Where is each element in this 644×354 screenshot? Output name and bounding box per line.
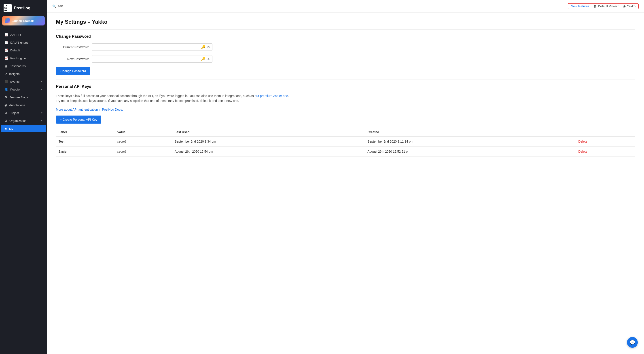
new-password-icons: 🔑 👁 [201, 57, 210, 61]
api-key-value-1: secret [115, 147, 172, 157]
chat-icon: 💬 [630, 340, 635, 345]
posthog-com-icon: 📈 [4, 56, 8, 60]
section-divider [56, 79, 635, 80]
annotations-icon: ◉ [4, 103, 7, 107]
sidebar-item-label-events: Events [10, 80, 20, 83]
main-area: 🔍 ⌘K New features ▦ Default Project ◉ Ya… [47, 0, 644, 354]
toggle-visibility-icon-current[interactable]: 👁 [207, 45, 210, 49]
sidebar-item-label-project: Project [10, 111, 19, 115]
default-icon: 📈 [4, 48, 8, 52]
sidebar-item-insights[interactable]: ↗Insights [1, 70, 46, 77]
sidebar-divider-1 [0, 29, 47, 29]
table-row: TestsecretSeptember 2nd 2020 9:34 pmSept… [56, 136, 635, 147]
sidebar-item-label-dau-signups: DAU/Signups [10, 41, 28, 44]
api-key-label-1: Zapier [56, 147, 115, 157]
delete-api-key-button-1[interactable]: Delete [578, 150, 587, 153]
page-content: My Settings – Yakko Change Password Curr… [47, 12, 644, 354]
api-table-header: Label Value Last Used Created [56, 128, 635, 136]
sidebar-item-label-aarrr: AARRR [10, 33, 21, 36]
people-icon: 👤 [4, 88, 8, 91]
events-icon: ⬛ [4, 80, 8, 83]
sidebar: PostHog Launch Toolbar! 📈AARRR📈DAU/Signu… [0, 0, 47, 354]
sidebar-item-label-default: Default [10, 49, 20, 52]
sidebar-item-label-insights: Insights [9, 72, 20, 75]
api-keys-table: Label Value Last Used Created Testsecret… [56, 128, 635, 157]
api-keys-table-body: TestsecretSeptember 2nd 2020 9:34 pmSept… [56, 136, 635, 157]
sidebar-item-label-dashboards: Dashboards [10, 64, 26, 68]
sidebar-item-label-annotations: Annotations [9, 103, 25, 107]
chat-button[interactable]: 💬 [627, 337, 638, 348]
new-password-input[interactable] [94, 57, 201, 61]
api-keys-title: Personal API Keys [56, 84, 635, 89]
launch-toolbar-button[interactable]: Launch Toolbar! [2, 16, 45, 25]
col-last-used: Last Used [172, 128, 365, 136]
sidebar-item-dashboards[interactable]: ▦Dashboards [1, 62, 46, 70]
sidebar-item-project[interactable]: ⚙Project▾ [1, 109, 46, 117]
col-created: Created [365, 128, 576, 136]
col-label: Label [56, 128, 115, 136]
topbar-user[interactable]: ◉ Yakko [623, 4, 636, 8]
organization-chevron-icon: ▾ [41, 119, 42, 122]
project-icon: ▦ [594, 4, 596, 8]
topbar-project-name: Default Project [598, 4, 618, 8]
svg-rect-1 [4, 5, 6, 6]
sidebar-item-events[interactable]: ⬛Events▾ [1, 78, 46, 85]
project-icon: ⚙ [4, 111, 8, 115]
change-password-button[interactable]: Change Password [56, 67, 90, 75]
page-title: My Settings – Yakko [56, 19, 635, 25]
new-features-link[interactable]: New features [571, 4, 589, 8]
new-password-label: New Password: [56, 57, 92, 61]
search-icon: 🔍 [52, 4, 56, 8]
sidebar-nav: 📈AARRR📈DAU/Signups📈Default📈PostHog.com▦D… [0, 31, 47, 132]
dashboards-icon: ▦ [4, 64, 8, 68]
api-key-last-used-0: September 2nd 2020 9:34 pm [172, 136, 365, 147]
current-password-input[interactable] [94, 45, 201, 49]
project-chevron-icon: ▾ [41, 111, 42, 114]
sidebar-logo: PostHog [0, 0, 47, 16]
logo-text: PostHog [14, 6, 30, 10]
zapier-link[interactable]: our premium Zapier one [255, 94, 288, 98]
sidebar-item-label-posthog-com: PostHog.com [10, 56, 28, 60]
col-value: Value [115, 128, 172, 136]
feature-flags-icon: ⚑ [4, 95, 8, 99]
dau-signups-icon: 📈 [4, 41, 8, 44]
api-key-last-used-1: August 26th 2020 12:54 pm [172, 147, 365, 157]
svg-rect-3 [4, 7, 6, 8]
key-icon[interactable]: 🔑 [201, 57, 206, 61]
sidebar-item-annotations[interactable]: ◉Annotations [1, 101, 46, 109]
api-docs-link-wrapper: More about API authentication in PostHog… [56, 107, 302, 112]
sidebar-item-organization[interactable]: ⚙Organization▾ [1, 117, 46, 124]
sidebar-item-posthog-com[interactable]: 📈PostHog.com [1, 54, 46, 62]
me-icon: ◉ [4, 127, 7, 130]
api-keys-description: These keys allow full access to your per… [56, 93, 302, 103]
api-key-label-0: Test [56, 136, 115, 147]
title-divider [56, 29, 635, 30]
api-docs-link[interactable]: More about API authentication in PostHog… [56, 108, 123, 111]
sidebar-item-aarrr[interactable]: 📈AARRR [1, 31, 46, 38]
svg-rect-2 [4, 6, 7, 7]
topbar: 🔍 ⌘K New features ▦ Default Project ◉ Ya… [47, 0, 644, 12]
topbar-search[interactable]: 🔍 ⌘K [52, 4, 63, 8]
col-actions [576, 128, 635, 136]
sidebar-item-dau-signups[interactable]: 📈DAU/Signups [1, 39, 46, 46]
events-chevron-icon: ▾ [41, 80, 42, 83]
current-password-input-wrapper: 🔑 👁 [92, 43, 212, 51]
create-api-key-button[interactable]: + Create Personal API Key [56, 115, 101, 124]
table-row: ZapiersecretAugust 26th 2020 12:54 pmAug… [56, 147, 635, 157]
password-manager-icon[interactable]: 🔑 [201, 45, 206, 49]
user-icon: ◉ [623, 4, 626, 8]
topbar-right: New features ▦ Default Project ◉ Yakko [568, 3, 639, 9]
current-password-row: Current Password: 🔑 👁 [56, 43, 212, 51]
launch-toolbar-icon [5, 18, 10, 23]
current-password-label: Current Password: [56, 45, 92, 49]
sidebar-item-people[interactable]: 👤People▾ [1, 86, 46, 93]
topbar-project[interactable]: ▦ Default Project [594, 4, 618, 8]
toggle-visibility-icon-new[interactable]: 👁 [207, 57, 210, 61]
sidebar-item-default[interactable]: 📈Default [1, 46, 46, 54]
sidebar-item-me[interactable]: ◉Me [1, 125, 46, 132]
sidebar-item-label-organization: Organization [10, 119, 26, 122]
organization-icon: ⚙ [4, 119, 8, 122]
api-table-header-row: Label Value Last Used Created [56, 128, 635, 136]
sidebar-item-feature-flags[interactable]: ⚑Feature Flags [1, 93, 46, 101]
delete-api-key-button-0[interactable]: Delete [578, 140, 587, 143]
